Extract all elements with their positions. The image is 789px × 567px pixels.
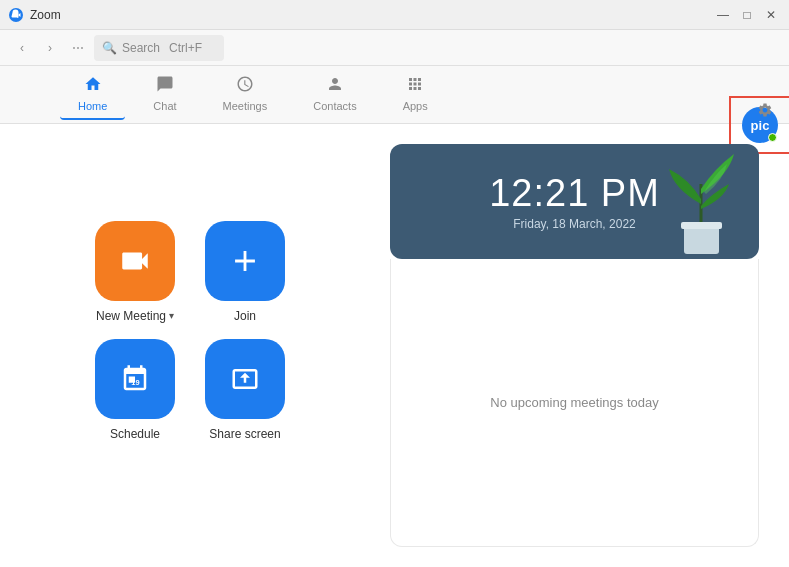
schedule-button[interactable]: 19 <box>95 339 175 419</box>
tab-meetings-label: Meetings <box>223 100 268 112</box>
forward-button[interactable]: › <box>38 36 62 60</box>
title-bar: Zoom — □ ✕ <box>0 0 789 30</box>
join-button[interactable] <box>205 221 285 301</box>
search-shortcut: Ctrl+F <box>169 41 202 55</box>
dropdown-arrow: ▾ <box>169 310 174 321</box>
left-panel: New Meeting ▾ Join <box>0 124 380 567</box>
back-button[interactable]: ‹ <box>10 36 34 60</box>
close-button[interactable]: ✕ <box>761 5 781 25</box>
window-controls: — □ ✕ <box>713 5 781 25</box>
clock-card: 12:21 PM Friday, 18 March, 2022 <box>390 144 759 259</box>
share-screen-icon <box>230 364 260 394</box>
toolbar: ‹ › ⋯ 🔍 Search Ctrl+F <box>0 30 789 66</box>
tab-contacts[interactable]: Contacts <box>295 69 374 120</box>
clock-date: Friday, 18 March, 2022 <box>513 217 636 231</box>
schedule-item: 19 Schedule <box>95 339 175 441</box>
tab-meetings[interactable]: Meetings <box>205 69 286 120</box>
tab-chat[interactable]: Chat <box>135 69 194 120</box>
gear-icon <box>757 102 773 118</box>
share-screen-item: Share screen <box>205 339 285 441</box>
main-content: New Meeting ▾ Join <box>0 124 789 567</box>
search-label: Search <box>122 41 160 55</box>
title-bar-left: Zoom <box>8 7 61 23</box>
maximize-button[interactable]: □ <box>737 5 757 25</box>
right-panel: 12:21 PM Friday, 18 March, 2022 No upcom… <box>380 124 789 567</box>
svg-rect-4 <box>681 222 722 229</box>
action-grid: New Meeting ▾ Join <box>95 221 285 441</box>
join-icon <box>228 244 262 278</box>
share-screen-label: Share screen <box>209 427 280 441</box>
video-camera-icon <box>118 244 152 278</box>
new-meeting-label: New Meeting ▾ <box>96 309 174 323</box>
settings-button[interactable] <box>751 96 779 124</box>
new-meeting-item: New Meeting ▾ <box>95 221 175 323</box>
new-meeting-button[interactable] <box>95 221 175 301</box>
tab-home[interactable]: Home <box>60 69 125 120</box>
no-meetings-label: No upcoming meetings today <box>490 395 658 410</box>
search-icon: 🔍 <box>102 41 117 55</box>
share-screen-button[interactable] <box>205 339 285 419</box>
svg-text:19: 19 <box>131 378 139 387</box>
join-label: Join <box>234 309 256 323</box>
tab-apps-label: Apps <box>403 100 428 112</box>
meetings-card: No upcoming meetings today <box>390 259 759 547</box>
zoom-app-icon <box>8 7 24 23</box>
history-button[interactable]: ⋯ <box>66 36 90 60</box>
home-icon <box>84 75 102 98</box>
nav-tabs: Home Chat Meetings Contacts <box>0 66 789 124</box>
settings-area <box>751 96 779 124</box>
tab-chat-label: Chat <box>153 100 176 112</box>
tab-apps[interactable]: Apps <box>385 69 446 120</box>
minimize-button[interactable]: — <box>713 5 733 25</box>
app-title: Zoom <box>30 8 61 22</box>
meetings-icon <box>236 75 254 98</box>
apps-icon <box>406 75 424 98</box>
clock-time: 12:21 PM <box>489 172 660 215</box>
nav-area: Home Chat Meetings Contacts <box>0 66 789 124</box>
join-item: Join <box>205 221 285 323</box>
schedule-label: Schedule <box>110 427 160 441</box>
online-status-badge <box>768 133 777 142</box>
chat-icon <box>156 75 174 98</box>
contacts-icon <box>326 75 344 98</box>
search-box[interactable]: 🔍 Search Ctrl+F <box>94 35 224 61</box>
tab-contacts-label: Contacts <box>313 100 356 112</box>
tab-home-label: Home <box>78 100 107 112</box>
calendar-icon: 19 <box>120 364 150 394</box>
